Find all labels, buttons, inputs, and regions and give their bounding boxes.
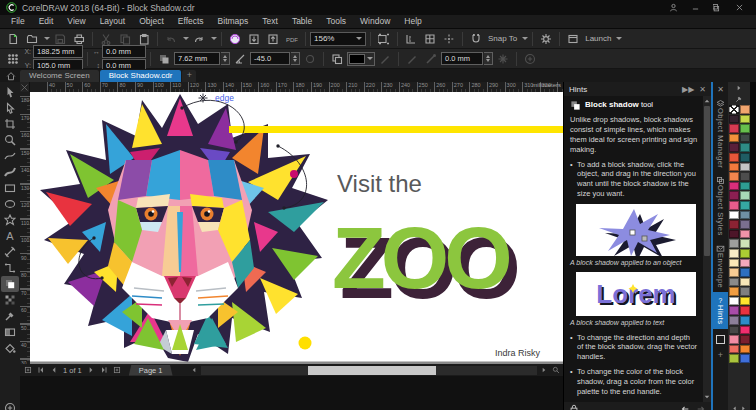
- credit-text[interactable]: Indra Risky: [495, 348, 541, 358]
- menu-text[interactable]: Text: [255, 15, 285, 28]
- hints-scrollbar[interactable]: [703, 96, 711, 402]
- pan-zoom-icon[interactable]: [550, 365, 561, 375]
- palette-swatch[interactable]: [740, 278, 750, 287]
- depth-spinner[interactable]: [221, 52, 230, 65]
- direction-spinner[interactable]: [291, 52, 300, 65]
- outline-overlap-button[interactable]: [422, 51, 440, 67]
- palette-swatch[interactable]: [729, 211, 739, 220]
- search-content-button[interactable]: [226, 31, 244, 47]
- palette-eyedropper-icon[interactable]: [735, 93, 743, 104]
- polygon-tool[interactable]: [1, 212, 19, 228]
- shadow-depth-field[interactable]: 7.62 mm: [174, 52, 220, 65]
- palette-swatch[interactable]: [729, 134, 739, 143]
- palette-swatch[interactable]: [729, 297, 739, 306]
- palette-flyout-icon[interactable]: [735, 83, 743, 93]
- last-page-button[interactable]: [99, 365, 110, 375]
- show-rulers-button[interactable]: [402, 31, 420, 47]
- snap-to-label[interactable]: Snap To: [488, 34, 517, 43]
- add-page-right-button[interactable]: [112, 365, 123, 375]
- fullscreen-preview-button[interactable]: [375, 31, 393, 47]
- canvas-page[interactable]: edge Visit the ZOO ZOO Indra Risky: [30, 92, 563, 364]
- dimension-tool[interactable]: [1, 244, 19, 260]
- add-preset-button[interactable]: [521, 51, 539, 67]
- launch-button[interactable]: [564, 31, 582, 47]
- palette-swatch[interactable]: [729, 335, 739, 344]
- page-tab[interactable]: Page 1: [129, 365, 173, 376]
- palette-swatch[interactable]: [740, 306, 750, 315]
- palette-swatch[interactable]: [729, 278, 739, 287]
- options-gear-button[interactable]: [537, 31, 555, 47]
- lock-icon[interactable]: [569, 404, 579, 410]
- import-button[interactable]: [245, 31, 263, 47]
- palette-swatch[interactable]: [740, 153, 750, 162]
- account-icon[interactable]: [662, 1, 684, 14]
- palette-swatch[interactable]: [729, 230, 739, 239]
- palette-swatch[interactable]: [740, 259, 750, 268]
- launch-caret-icon[interactable]: [616, 37, 622, 40]
- palette-swatch[interactable]: [740, 316, 750, 325]
- minimize-button[interactable]: [684, 1, 706, 14]
- palette-swatch[interactable]: [729, 268, 739, 277]
- x-position-field[interactable]: 188.25 mm: [33, 45, 83, 58]
- horizontal-scrollbar[interactable]: [189, 365, 561, 375]
- palette-swatch[interactable]: [740, 297, 750, 306]
- menu-effects[interactable]: Effects: [171, 15, 211, 28]
- magenta-dot[interactable]: [290, 170, 298, 178]
- back-arrow-icon[interactable]: [680, 404, 690, 410]
- palette-swatch[interactable]: [740, 124, 750, 133]
- menu-tools[interactable]: Tools: [319, 15, 353, 28]
- scroll-left-icon[interactable]: [189, 365, 200, 375]
- menu-bitmaps[interactable]: Bitmaps: [211, 15, 256, 28]
- expand-shadow-button[interactable]: [494, 51, 512, 67]
- extend-spinner[interactable]: [484, 52, 493, 65]
- palette-swatch[interactable]: [740, 345, 750, 354]
- hscroll-thumb[interactable]: [308, 366, 436, 375]
- menu-table[interactable]: Table: [285, 15, 319, 28]
- zoom-tool[interactable]: [1, 132, 19, 148]
- prev-page-button[interactable]: [48, 365, 59, 375]
- smart-fill-tool[interactable]: [1, 340, 19, 356]
- rounded-corners-icon[interactable]: [301, 51, 319, 67]
- palette-swatch[interactable]: [740, 239, 750, 248]
- block-shadow-tool[interactable]: [1, 276, 19, 292]
- palette-swatch[interactable]: [740, 115, 750, 124]
- palette-swatch[interactable]: [740, 230, 750, 239]
- horizontal-ruler[interactable]: 4050607080901001101201301401501601701801…: [30, 82, 563, 92]
- shape-tool[interactable]: [1, 100, 19, 116]
- palette-swatch[interactable]: [729, 326, 739, 335]
- text-tool[interactable]: A: [1, 228, 19, 244]
- close-docker-icon[interactable]: ✕: [699, 85, 706, 94]
- transparency-tool[interactable]: [1, 292, 19, 308]
- tab-block-shadow[interactable]: Block Shadow.cdr: [100, 70, 182, 82]
- palette-swatch[interactable]: [740, 191, 750, 200]
- quick-customize-button[interactable]: [716, 335, 725, 344]
- interactive-fill-tool[interactable]: [1, 324, 19, 340]
- redo-button[interactable]: [190, 31, 208, 47]
- palette-swatch[interactable]: [729, 345, 739, 354]
- palette-swatch[interactable]: [740, 134, 750, 143]
- artwork-svg[interactable]: edge Visit the ZOO ZOO Indra Risky: [30, 92, 563, 364]
- palette-swatch[interactable]: [740, 182, 750, 191]
- palette-swatch[interactable]: [729, 182, 739, 191]
- tab-welcome-screen[interactable]: Welcome Screen: [20, 70, 99, 82]
- vscroll-thumb[interactable]: [704, 106, 710, 256]
- docker-tab-object-styles[interactable]: Object Styles: [713, 172, 728, 240]
- palette-swatch[interactable]: [729, 143, 739, 152]
- palette-swatch[interactable]: [729, 287, 739, 296]
- palette-swatch[interactable]: [729, 115, 739, 124]
- shadow-direction-field[interactable]: -45.0: [250, 52, 290, 65]
- overprint-shadow-button[interactable]: [376, 51, 394, 67]
- palette-swatch[interactable]: [729, 354, 739, 363]
- palette-swatch[interactable]: [729, 239, 739, 248]
- palette-swatch[interactable]: [729, 172, 739, 181]
- collapse-docker-icon[interactable]: ▶▶: [682, 85, 694, 94]
- trim-corners-button[interactable]: [403, 51, 421, 67]
- add-tools-button[interactable]: [1, 400, 19, 410]
- snap-off-button[interactable]: [467, 31, 485, 47]
- menu-window[interactable]: Window: [353, 15, 397, 28]
- palette-swatch-none[interactable]: [729, 105, 739, 114]
- menu-file[interactable]: File: [4, 15, 32, 28]
- palette-swatch[interactable]: [740, 211, 750, 220]
- ellipse-tool[interactable]: [1, 196, 19, 212]
- scroll-up-icon[interactable]: [703, 96, 711, 105]
